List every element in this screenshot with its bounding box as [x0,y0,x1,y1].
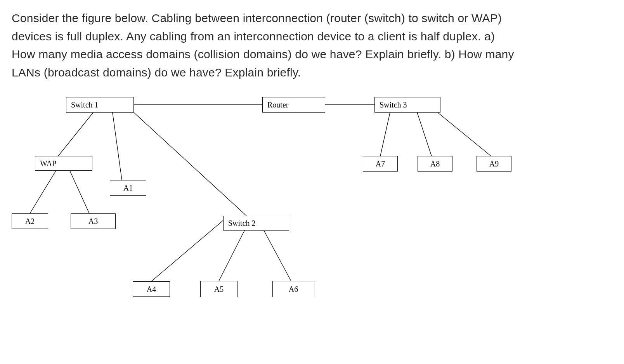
svg-line-9 [264,231,291,281]
svg-line-4 [134,113,246,216]
svg-line-12 [438,113,491,156]
svg-line-11 [417,113,432,156]
network-diagram: Switch 1 Router Switch 3 WAP A1 A2 A3 Sw… [12,97,594,314]
svg-line-3 [113,113,122,180]
question-text: Consider the figure below. Cabling betwe… [12,9,516,81]
node-a6: A6 [272,281,314,297]
node-a1: A1 [110,180,146,196]
svg-line-8 [219,231,244,281]
node-router: Router [262,97,325,113]
svg-line-6 [70,171,89,213]
svg-line-5 [30,171,56,213]
svg-line-7 [151,220,223,281]
node-a7: A7 [363,156,398,172]
node-a5: A5 [200,281,237,297]
node-a3: A3 [71,213,116,229]
node-switch3: Switch 3 [374,97,440,113]
svg-line-2 [58,113,93,156]
node-a2: A2 [12,213,48,229]
node-wap: WAP [35,156,92,171]
node-switch2: Switch 2 [223,216,289,231]
node-a8: A8 [418,156,452,172]
svg-line-10 [380,113,390,156]
node-a4: A4 [133,281,170,297]
node-a9: A9 [477,156,511,172]
node-switch1: Switch 1 [66,97,134,113]
